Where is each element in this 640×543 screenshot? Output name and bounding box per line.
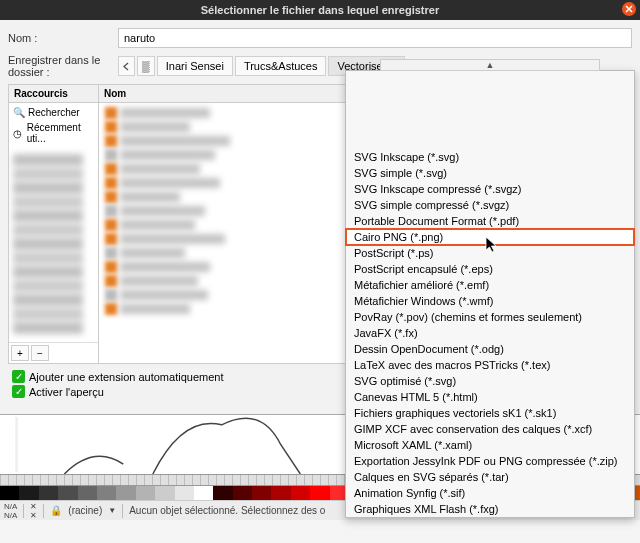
layer-select[interactable]: (racine) (68, 505, 102, 516)
format-option[interactable]: SVG simple (*.svg) (346, 165, 634, 181)
color-swatch[interactable] (78, 486, 97, 500)
format-option[interactable]: SVG Inkscape (*.svg) (346, 149, 634, 165)
color-swatch[interactable] (252, 486, 271, 500)
window-title: Sélectionner le fichier dans lequel enre… (201, 4, 439, 16)
shortcuts-header[interactable]: Raccourcis (9, 85, 98, 103)
shortcut-recent[interactable]: ◷ Récemment uti... (11, 120, 96, 146)
format-option[interactable]: PostScript encapsulé (*.eps) (346, 261, 634, 277)
search-icon: 🔍 (13, 107, 24, 118)
color-swatch[interactable] (97, 486, 116, 500)
file-format-menu: ▲ SVG Inkscape (*.svg)SVG simple (*.svg)… (345, 70, 635, 518)
format-option[interactable]: LaTeX avec des macros PSTricks (*.tex) (346, 357, 634, 373)
shortcuts-panel: Raccourcis 🔍 Rechercher ◷ Récemment uti.… (9, 85, 99, 363)
lock-icon[interactable]: 🔒 (50, 505, 62, 516)
format-option[interactable]: GIMP XCF avec conservation des calques (… (346, 421, 634, 437)
breadcrumb-item[interactable]: Inari Sensei (157, 56, 233, 76)
color-swatch[interactable] (136, 486, 155, 500)
format-option[interactable]: PovRay (*.pov) (chemins et formes seulem… (346, 309, 634, 325)
format-option[interactable]: Exportation JessyInk PDF ou PNG compress… (346, 453, 634, 469)
shortcut-controls: + − (9, 342, 98, 363)
clock-icon: ◷ (13, 128, 23, 139)
format-option[interactable]: JavaFX (*.fx) (346, 325, 634, 341)
format-option[interactable]: SVG simple compressé (*.svgz) (346, 197, 634, 213)
folder-label: Enregistrer dans le dossier : (8, 54, 118, 78)
format-option[interactable]: SVG Inkscape compressé (*.svgz) (346, 181, 634, 197)
format-option[interactable]: Cairo PNG (*.png) (346, 229, 634, 245)
format-option[interactable]: SVG optimisé (*.svg) (346, 373, 634, 389)
color-swatch[interactable] (175, 486, 194, 500)
color-swatch[interactable] (233, 486, 252, 500)
color-swatch[interactable] (213, 486, 232, 500)
color-swatch[interactable] (0, 486, 19, 500)
format-option[interactable]: Calques en SVG séparés (*.tar) (346, 469, 634, 485)
color-swatch[interactable] (194, 486, 213, 500)
shortcut-label: Récemment uti... (27, 122, 94, 144)
checkmark-icon: ✓ (12, 370, 25, 383)
shortcut-label: Rechercher (28, 107, 80, 118)
svg-rect-1 (15, 417, 18, 472)
color-swatch[interactable] (39, 486, 58, 500)
format-option[interactable]: Canevas HTML 5 (*.html) (346, 389, 634, 405)
format-option[interactable]: Graphiques XML Flash (*.fxg) (346, 501, 634, 517)
format-option[interactable]: Fichiers graphiques vectoriels sK1 (*.sk… (346, 405, 634, 421)
format-option[interactable]: Microsoft XAML (*.xaml) (346, 437, 634, 453)
format-option[interactable]: Portable Document Format (*.pdf) (346, 213, 634, 229)
format-option[interactable]: Métafichier amélioré (*.emf) (346, 277, 634, 293)
format-option[interactable]: Métafichier Windows (*.wmf) (346, 293, 634, 309)
status-message: Aucun objet sélectionné. Sélectionnez de… (129, 505, 325, 516)
color-swatch[interactable] (19, 486, 38, 500)
color-swatch[interactable] (310, 486, 329, 500)
checkmark-icon: ✓ (12, 385, 25, 398)
color-swatch[interactable] (58, 486, 77, 500)
remove-shortcut-button[interactable]: − (31, 345, 49, 361)
name-label: Nom : (8, 32, 118, 44)
format-option[interactable]: PostScript (*.ps) (346, 245, 634, 261)
format-option[interactable]: Animation Synfig (*.sif) (346, 485, 634, 501)
breadcrumb-item[interactable]: Trucs&Astuces (235, 56, 327, 76)
path-home-button[interactable]: ▒ (137, 56, 155, 76)
chevron-left-icon (123, 62, 130, 71)
format-option[interactable]: Dessin OpenDocument (*.odg) (346, 341, 634, 357)
color-swatch[interactable] (291, 486, 310, 500)
color-swatch[interactable] (116, 486, 135, 500)
close-button[interactable] (622, 2, 636, 16)
close-icon (625, 5, 633, 13)
add-shortcut-button[interactable]: + (11, 345, 29, 361)
menu-scroll-up[interactable]: ▲ (380, 59, 600, 71)
color-swatch[interactable] (155, 486, 174, 500)
window-titlebar: Sélectionner le fichier dans lequel enre… (0, 0, 640, 20)
filename-input[interactable] (118, 28, 632, 48)
path-back-button[interactable] (118, 56, 135, 76)
color-swatch[interactable] (271, 486, 290, 500)
shortcut-search[interactable]: 🔍 Rechercher (11, 105, 96, 120)
